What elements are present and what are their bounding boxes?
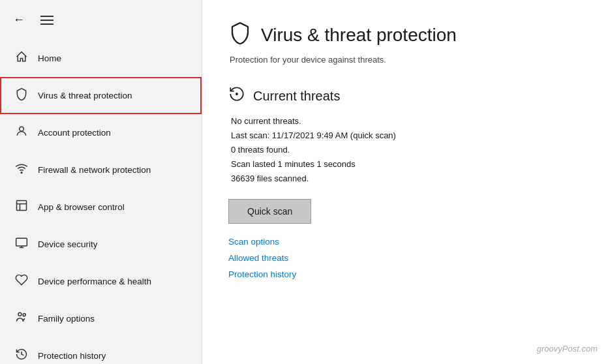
threat-line-1: No current threats. <box>231 114 582 129</box>
threat-line-2: Last scan: 11/17/2021 9:49 AM (quick sca… <box>231 129 582 143</box>
current-threats-icon <box>228 85 245 106</box>
sidebar-item-device-performance[interactable]: Device performance & health <box>0 263 202 300</box>
hamburger-menu-button[interactable] <box>38 13 56 27</box>
history-icon <box>14 348 29 364</box>
threat-line-4: Scan lasted 1 minutes 1 seconds <box>231 157 582 172</box>
svg-rect-5 <box>16 238 27 246</box>
heart-icon <box>14 273 29 290</box>
sidebar-item-device-security[interactable]: Device security <box>0 226 202 263</box>
svg-point-10 <box>236 93 237 95</box>
sidebar-item-home[interactable]: Home <box>0 40 202 77</box>
sidebar-item-app-browser-label: App & browser control <box>38 202 125 212</box>
device-icon <box>14 236 29 252</box>
threat-info: No current threats. Last scan: 11/17/202… <box>228 114 582 186</box>
sidebar-item-device-security-label: Device security <box>38 239 98 249</box>
svg-rect-2 <box>17 201 27 211</box>
threat-line-5: 36639 files scanned. <box>231 172 582 186</box>
links-section: Scan options Allowed threats Protection … <box>228 237 582 279</box>
svg-point-8 <box>18 312 22 316</box>
scan-options-link[interactable]: Scan options <box>228 237 582 247</box>
wifi-icon <box>14 162 29 178</box>
sidebar: ← Home Virus & threat protection <box>0 0 202 364</box>
sidebar-item-virus-threat-label: Virus & threat protection <box>38 91 132 100</box>
sidebar-item-home-label: Home <box>38 53 61 63</box>
section-header: Current threats <box>228 85 582 106</box>
back-button[interactable]: ← <box>10 10 27 29</box>
page-header-shield-icon <box>228 21 252 50</box>
shield-icon <box>14 87 29 104</box>
sidebar-header: ← <box>0 0 202 35</box>
sidebar-item-protection-history-label: Protection history <box>38 351 106 361</box>
sidebar-item-app-browser[interactable]: App & browser control <box>0 189 202 226</box>
family-icon <box>14 311 29 327</box>
account-icon <box>14 125 29 141</box>
sidebar-item-virus-threat[interactable]: Virus & threat protection <box>0 77 202 114</box>
home-icon <box>14 50 29 67</box>
watermark: groovyPost.com <box>537 344 598 354</box>
browser-icon <box>14 199 29 215</box>
sidebar-item-family-label: Family options <box>38 314 95 324</box>
svg-point-0 <box>20 127 24 131</box>
nav-menu: Home Virus & threat protection Account p… <box>0 40 202 364</box>
sidebar-item-account-protection[interactable]: Account protection <box>0 114 202 151</box>
sidebar-item-family-options[interactable]: Family options <box>0 300 202 337</box>
hamburger-line-2 <box>40 20 53 21</box>
sidebar-item-firewall[interactable]: Firewall & network protection <box>0 151 202 189</box>
sidebar-item-device-performance-label: Device performance & health <box>38 277 151 286</box>
sidebar-item-account-label: Account protection <box>38 128 111 138</box>
sidebar-item-protection-history[interactable]: Protection history <box>0 337 202 364</box>
hamburger-line-3 <box>40 23 53 25</box>
page-header: Virus & threat protection <box>228 21 582 50</box>
protection-history-link[interactable]: Protection history <box>228 269 582 279</box>
back-arrow-icon: ← <box>13 13 25 27</box>
page-subtitle: Protection for your device against threa… <box>228 55 582 65</box>
page-title: Virus & threat protection <box>261 25 457 46</box>
section-title: Current threats <box>253 89 340 104</box>
svg-point-1 <box>21 172 22 174</box>
main-content: Virus & threat protection Protection for… <box>202 0 608 364</box>
hamburger-line-1 <box>40 16 53 17</box>
quick-scan-button[interactable]: Quick scan <box>228 199 311 224</box>
allowed-threats-link[interactable]: Allowed threats <box>228 253 582 263</box>
threat-line-3: 0 threats found. <box>231 143 582 157</box>
sidebar-item-firewall-label: Firewall & network protection <box>38 165 151 175</box>
svg-point-9 <box>23 314 25 316</box>
